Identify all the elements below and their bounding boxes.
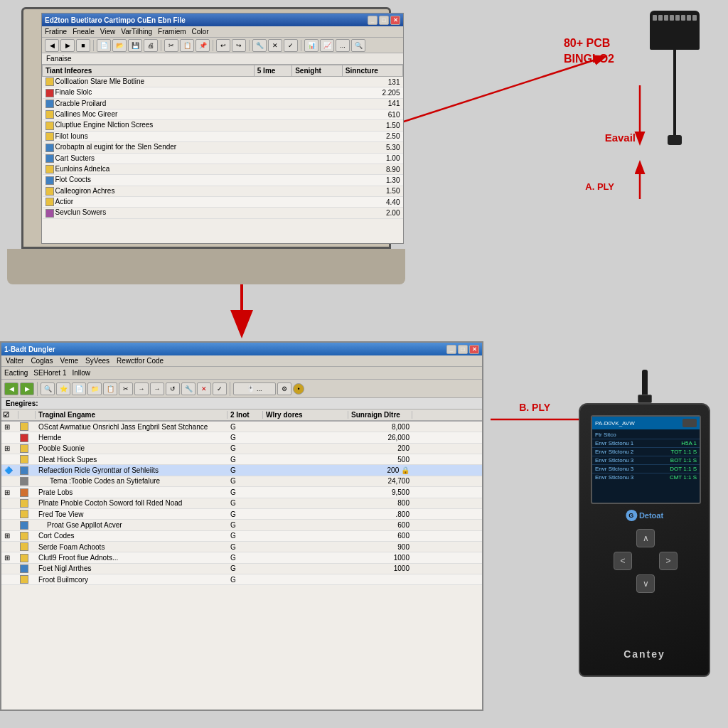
folder-icon — [20, 422, 28, 431]
bwin-copy-btn[interactable]: 📋 — [103, 382, 117, 395]
forward-button[interactable]: ▶ — [60, 39, 75, 52]
table-row[interactable]: Sevclun Sowers 2.00 — [43, 208, 403, 218]
close-button[interactable]: ✕ — [390, 16, 400, 25]
top-table-scroll[interactable]: Tiant Infeores 5 Ime Senight Sinncture C… — [42, 65, 403, 219]
item-icon — [46, 154, 54, 163]
btoolbar-eacting[interactable]: Eacting — [4, 369, 28, 377]
bottom-table-body[interactable]: ⊞ OScat Awmatiue Onsrichl Jass Engbril S… — [1, 422, 482, 585]
table-row[interactable]: Callines Moc Gireer 610 — [43, 109, 403, 120]
menu-fneale[interactable]: Fneale — [73, 28, 95, 36]
table-row[interactable]: Froot Builmcory G — [1, 574, 482, 585]
item-icon — [20, 521, 28, 530]
back-button[interactable]: ◀ — [45, 39, 59, 52]
obd-pin — [681, 15, 685, 21]
table-row[interactable]: ⊞ Pooble Suonie G 200 — [1, 444, 482, 454]
paste-button[interactable]: 📌 — [196, 39, 210, 52]
folder-icon — [46, 110, 54, 119]
folder-icon — [20, 455, 28, 464]
menu-view[interactable]: View — [100, 28, 116, 36]
bwin-arrow-btn[interactable]: → — [134, 382, 149, 395]
stop-button[interactable]: ■ — [76, 39, 90, 52]
bwin-wrench-btn[interactable]: 🔧 — [181, 382, 196, 395]
chart-button[interactable]: 📊 — [304, 39, 318, 52]
table-row[interactable]: Calleogiron Achres 1.50 — [43, 186, 403, 196]
print-button[interactable]: 🖨 — [144, 39, 158, 52]
open-button[interactable]: 📂 — [112, 39, 127, 52]
bwin-star-btn[interactable]: ⭐ — [56, 382, 70, 395]
bwin-arrow2-btn[interactable]: → — [150, 382, 164, 395]
table-row[interactable]: Fred Toe View G .800 — [1, 509, 482, 520]
bwin-refresh-btn[interactable]: ↺ — [166, 382, 180, 395]
maximize-button[interactable]: □ — [379, 16, 389, 25]
redo-button[interactable]: ↪ — [232, 39, 246, 52]
bottom-window-menubar: Valter Coglas Veme SyVees Rewctfor Code — [1, 355, 482, 367]
bwin-minimize-button[interactable]: _ — [446, 345, 456, 354]
table-row[interactable]: Flot Coocts 1.30 — [43, 175, 403, 186]
dpad-up-button[interactable]: ∧ — [636, 529, 655, 547]
graph-button[interactable]: 📈 — [320, 39, 334, 52]
table-row[interactable]: Plnate Pnoble Coctoh Soword foll Rded No… — [1, 498, 482, 509]
minimize-button[interactable]: _ — [368, 16, 378, 25]
obd-pins — [650, 11, 700, 22]
menu-fratine[interactable]: Fratine — [45, 28, 67, 36]
table-row[interactable]: Dleat Hiock Supes G 500 — [1, 454, 482, 465]
bwin-x-btn[interactable]: ✕ — [197, 382, 211, 395]
bmenu-coglas[interactable]: Coglas — [31, 357, 53, 365]
table-row[interactable]: Finale Slolc 2.205 — [43, 87, 403, 98]
table-row[interactable]: ⊞ Clutl9 Froot flue Adnots... G 1000 — [1, 552, 482, 563]
table-row[interactable]: Cluptlue Engine Nlction Screes 1.50 — [43, 120, 403, 131]
btoolbar-inllow[interactable]: Inllow — [73, 369, 91, 377]
table-row[interactable]: ⊞ OScat Awmatiue Onsrichl Jass Engbril S… — [1, 422, 482, 432]
bmenu-syvees[interactable]: SyVees — [85, 357, 109, 365]
dpad-down-button[interactable]: ∨ — [636, 574, 655, 593]
table-row[interactable]: Collloation Stare Mle Botline 131 — [43, 77, 403, 87]
table-row[interactable]: Cracble Proilard 141 — [43, 98, 403, 109]
table-row[interactable]: Eunloins Adnelca 8.90 — [43, 164, 403, 174]
dpad-right-button[interactable]: > — [659, 552, 678, 570]
table-row-highlight[interactable]: 🔷 Refaection Ricle Gyronttar of Sehleiit… — [1, 465, 482, 476]
search-button[interactable]: 🔍 — [351, 39, 365, 52]
more-button[interactable]: ... — [336, 39, 350, 52]
table-row[interactable]: Hemde G 26,000 — [1, 432, 482, 443]
table-row[interactable]: Actior 4.40 — [43, 196, 403, 207]
btoolbar-sehoret[interactable]: SEHoret 1 — [33, 369, 66, 377]
bwin-maximize-button[interactable]: □ — [458, 345, 468, 354]
menu-vartilhing[interactable]: VarTilhing — [121, 28, 152, 36]
table-row[interactable]: Tema :Tooble Codes an Sytiefalure G 24,7… — [1, 476, 482, 487]
table-row[interactable]: Serde Foam Achoots G 900 — [1, 542, 482, 552]
new-button[interactable]: 📄 — [97, 39, 111, 52]
dpad-left-button[interactable]: < — [614, 552, 632, 570]
table-row[interactable]: Filot Iouns 2.50 — [43, 131, 403, 141]
bmenu-valter[interactable]: Valter — [6, 357, 23, 365]
table-row[interactable]: Proat Gse Appllot Acver G 600 — [1, 520, 482, 530]
ok-button[interactable]: ✓ — [284, 39, 298, 52]
pcb-label-text: 80+ PCBBINGLO2 — [564, 37, 614, 65]
table-row[interactable]: Cart Sucters 1.00 — [43, 153, 403, 164]
table-row[interactable]: ⊞ Prate Lobs G 9,500 — [1, 487, 482, 498]
bwin-search-btn[interactable]: 🔍 — [41, 382, 55, 395]
bwin-back-btn[interactable]: ◀ — [4, 382, 18, 395]
bwin-cut-btn[interactable]: ✂ — [119, 382, 133, 395]
menu-color[interactable]: Color — [192, 28, 209, 36]
cancel-button[interactable]: ✕ — [268, 39, 282, 52]
bmenu-veme[interactable]: Veme — [60, 357, 79, 365]
tools-button[interactable]: 🔧 — [252, 39, 267, 52]
table-row[interactable]: Crobaptn al eugint for the Slen Sender 5… — [43, 142, 403, 153]
bwin-cursor-btn[interactable]: 🖱️ ... — [233, 382, 276, 395]
bwin-settings-btn[interactable]: ⚙ — [277, 382, 291, 395]
undo-button[interactable]: ↩ — [216, 39, 230, 52]
laptop-base — [7, 249, 405, 284]
bwin-doc-btn[interactable]: 📄 — [72, 382, 86, 395]
bwin-check-btn[interactable]: ✓ — [213, 382, 227, 395]
table-row[interactable]: ⊞ Cort Codes G 600 — [1, 531, 482, 542]
bwin-folder-btn[interactable]: 📁 — [87, 382, 102, 395]
bwin-close-button[interactable]: ✕ — [469, 345, 479, 354]
save-button[interactable]: 💾 — [128, 39, 142, 52]
bmenu-rewctfor[interactable]: Rewctfor Code — [117, 357, 164, 365]
screen-row: Envr Stlctonu 3 CMT 1:1 S — [592, 473, 700, 481]
table-row[interactable]: Foet Nigl Arrthes G 1000 — [1, 564, 482, 574]
bwin-fwd-btn[interactable]: ▶ — [20, 382, 34, 395]
cut-button[interactable]: ✂ — [164, 39, 178, 52]
menu-framiem[interactable]: Framiem — [158, 28, 186, 36]
copy-button[interactable]: 📋 — [180, 39, 194, 52]
